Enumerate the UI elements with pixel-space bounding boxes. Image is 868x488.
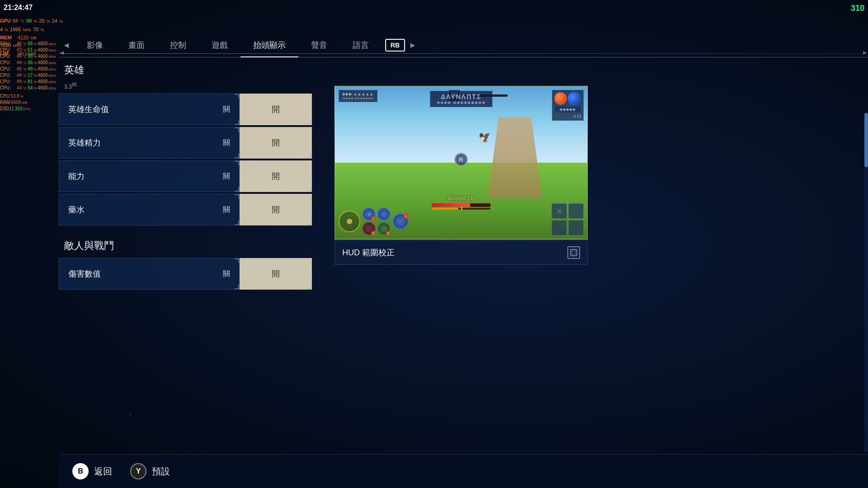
- hero-energy-row: 英雄精力 關 開: [59, 127, 312, 159]
- potion-right[interactable]: 開: [240, 194, 312, 225]
- default-label: 預設: [152, 465, 170, 478]
- inv-orb-blue: [568, 92, 580, 105]
- tab-language[interactable]: 語言: [340, 37, 382, 53]
- fps-display: 310: [851, 4, 864, 13]
- rb-button[interactable]: RB: [385, 39, 405, 52]
- hero-energy-value: 關: [223, 138, 230, 148]
- preview-bird-icon: 🦅: [478, 131, 492, 145]
- hero-energy-left[interactable]: 英雄精力 關: [59, 127, 240, 159]
- hud-calibration-bar: HUD 範圍校正: [335, 240, 588, 265]
- game-preview-section: ▶▶▶ ▲▲▲▲▲ ◈◈◈◈ ◈◈◈◈◈◈◈ 26 ◈◈◈◈◈: [335, 86, 588, 265]
- hero-hp-value: 關: [223, 105, 230, 114]
- hud-calibration-icon[interactable]: [567, 246, 580, 259]
- ability-btn-4: 5: [377, 222, 391, 235]
- hud-calibration-label: HUD 範圍校正: [342, 247, 395, 258]
- ability-btn-3: 5: [362, 222, 376, 235]
- nav-arrow-right[interactable]: ►: [405, 41, 420, 50]
- preview-r-button: R: [454, 153, 468, 166]
- tab-sound[interactable]: 聲音: [298, 37, 340, 53]
- ability-label: 能力: [68, 171, 223, 182]
- cpu-core1-label: CPU:: [0, 47, 16, 53]
- preview-quest-area: ▶▶▶ ▲▲▲▲▲ ◈◈◈◈ ◈◈◈◈◈◈◈: [339, 90, 377, 102]
- damage-value: 關: [223, 269, 230, 279]
- settings-panel: 英雄 3.385 英雄生命值 關 開 英雄精力 關 開 能力 關 開 藥水 關 …: [59, 59, 312, 452]
- hero-hp-right[interactable]: 開: [240, 94, 312, 125]
- back-button[interactable]: B 返回: [72, 463, 112, 479]
- preview-bottom-hud: ⚔ 1 5 5 1: [339, 207, 409, 235]
- nav-divider: [59, 53, 868, 54]
- cpu-core0-label: CPU:: [0, 41, 16, 47]
- gpu-clock: 1965: [10, 26, 21, 33]
- b-button-icon: B: [72, 463, 89, 479]
- time-display: 21:24:47: [4, 4, 33, 12]
- svg-rect-0: [571, 249, 577, 256]
- cpu-cores-panel: CPU: 46°C 56% 4600MHz CPU: 43°C 51% 4600…: [0, 41, 59, 112]
- tab-screen[interactable]: 畫面: [116, 37, 157, 53]
- bottom-bar: B 返回 Y 預設: [59, 454, 868, 488]
- potion-label: 藥水: [68, 204, 223, 215]
- gpu-label: GPU: [0, 17, 11, 25]
- hero-energy-label: 英雄精力: [68, 137, 223, 148]
- gpu-power: 25: [39, 17, 44, 25]
- gpu-fan: 70: [33, 26, 38, 33]
- tab-hud[interactable]: 抬頭顯示: [241, 37, 298, 53]
- tab-image[interactable]: 影像: [74, 37, 116, 53]
- nav-tabs: ◄ 影像 畫面 控制 遊戲 抬頭顯示 聲音 語言 RB ►: [59, 37, 868, 57]
- enemy-section-title: 敵人與戰鬥: [59, 235, 312, 258]
- preview-game-title: ΔΛΥΝΛΠΤΣ ◈◈◈◈ ◈◈◈◈◈◈◈◈◈: [430, 91, 492, 107]
- tab-control[interactable]: 控制: [157, 37, 199, 53]
- hero-slider-info: 3.385: [59, 82, 312, 94]
- potion-row: 藥水 關 開: [59, 194, 312, 225]
- cpu-core0-temp: 46: [17, 41, 22, 47]
- cpu-core0-usage: 56: [28, 41, 33, 47]
- ability-row: 能力 關 開: [59, 160, 312, 192]
- damage-label: 傷害數值: [68, 268, 223, 279]
- gpu-val3: 14: [52, 17, 57, 25]
- hero-hp-left[interactable]: 英雄生命值 關: [59, 94, 240, 125]
- preview-inventory: ◈◈◈◈◈ x 12: [552, 90, 584, 121]
- preview-enemy-area: 叫叫叫叫 ZXI: [432, 196, 491, 210]
- scrollbar-thumb[interactable]: [864, 113, 868, 167]
- preview-joystick: [339, 211, 360, 232]
- y-button-icon: Y: [130, 463, 146, 479]
- damage-row: 傷害數值 關 開: [59, 258, 312, 290]
- hero-energy-right[interactable]: 開: [240, 127, 312, 159]
- svg-rect-1: [572, 251, 576, 254]
- hero-hp-label: 英雄生命值: [68, 104, 223, 115]
- back-label: 返回: [94, 465, 112, 478]
- gpu-val4: 4: [0, 26, 3, 33]
- enemy-name: 叫叫叫叫 ZXI: [432, 196, 491, 202]
- hero-hp-row: 英雄生命值 關 開: [59, 94, 312, 125]
- scrollbar-track[interactable]: [864, 113, 868, 452]
- gpu-temp: 68: [13, 17, 18, 25]
- cpu-core0-freq: 4600: [38, 41, 47, 47]
- gpu-usage: 98: [26, 17, 32, 25]
- ability-btn-2: [377, 207, 391, 221]
- inv-orb-red: [554, 92, 567, 105]
- ability-left[interactable]: 能力 關: [59, 160, 240, 192]
- preview-action-buttons: ⚔: [552, 203, 584, 235]
- ability-right[interactable]: 開: [240, 160, 312, 192]
- default-button[interactable]: Y 預設: [130, 463, 170, 479]
- ability-value: 關: [223, 172, 230, 181]
- potion-left[interactable]: 藥水 關: [59, 194, 240, 225]
- damage-left[interactable]: 傷害數值 關: [59, 258, 240, 290]
- game-preview: ▶▶▶ ▲▲▲▲▲ ◈◈◈◈ ◈◈◈◈◈◈◈ 26 ◈◈◈◈◈: [335, 86, 588, 239]
- ability-btn-center: 1: [392, 213, 409, 230]
- potion-value: 關: [223, 205, 230, 215]
- damage-right[interactable]: 開: [240, 258, 312, 290]
- hero-section-title: 英雄: [59, 59, 312, 82]
- tab-game[interactable]: 遊戲: [199, 37, 241, 53]
- ability-btn-1: ⚔ 1: [362, 207, 376, 221]
